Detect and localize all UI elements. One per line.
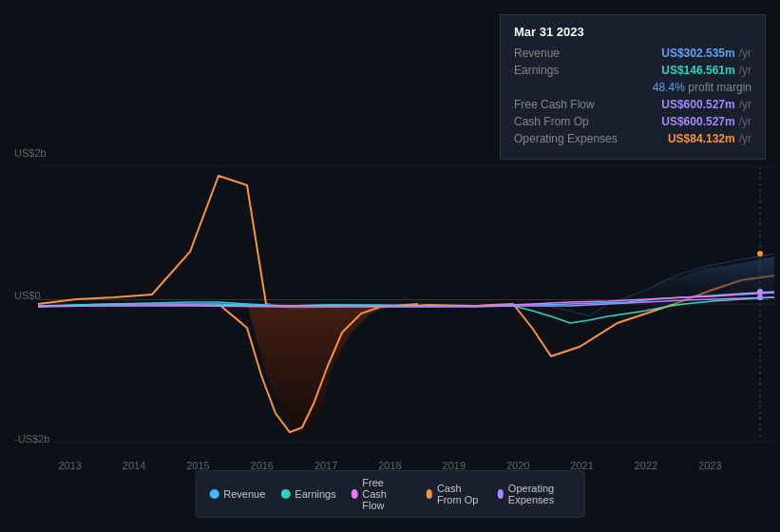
revenue-dot (209, 489, 219, 499)
legend-opex-label: Operating Expenses (508, 483, 571, 505)
svg-point-7 (757, 251, 763, 256)
fcf-dot (352, 489, 358, 499)
legend-opex: Operating Expenses (497, 477, 571, 511)
legend-revenue-label: Revenue (223, 488, 265, 500)
tooltip-row-margin: 48.4% profit margin (514, 81, 751, 94)
cashop-value: US$600.527m (661, 115, 734, 128)
opex-value: US$84.132m (668, 132, 735, 145)
x-label-2014: 2014 (123, 460, 145, 471)
legend-cashop-label: Cash From Op (437, 483, 482, 505)
main-chart (0, 157, 780, 461)
legend-fcf: Free Cash Flow (352, 477, 411, 511)
tooltip-box: Mar 31 2023 Revenue US$302.535m/yr Earni… (500, 14, 766, 160)
legend-cashop: Cash From Op (426, 477, 482, 511)
tooltip-row-revenue: Revenue US$302.535m/yr (514, 47, 751, 60)
legend-revenue: Revenue (209, 477, 265, 511)
opex-dot (497, 489, 504, 499)
tooltip-title: Mar 31 2023 (514, 25, 751, 39)
x-label-2022: 2022 (635, 460, 657, 471)
chart-container: Mar 31 2023 Revenue US$302.535m/yr Earni… (0, 0, 780, 532)
tooltip-row-opex: Operating Expenses US$84.132m/yr (514, 132, 751, 145)
revenue-value: US$302.535m (661, 47, 734, 60)
legend-earnings: Earnings (280, 477, 335, 511)
earnings-label: Earnings (514, 64, 559, 77)
tooltip-row-cashop: Cash From Op US$600.527m/yr (514, 115, 751, 128)
cashop-label: Cash From Op (514, 115, 589, 128)
fcf-value: US$600.527m (661, 98, 734, 111)
revenue-label: Revenue (514, 47, 560, 60)
cashop-dot (426, 489, 432, 499)
profit-margin: 48.4% profit margin (653, 81, 751, 94)
legend-earnings-label: Earnings (295, 488, 335, 500)
x-label-2023: 2023 (698, 460, 721, 471)
legend: Revenue Earnings Free Cash Flow Cash Fro… (195, 470, 585, 518)
earnings-value: US$146.561m (661, 64, 734, 77)
x-label-2013: 2013 (58, 460, 81, 471)
fcf-label: Free Cash Flow (514, 98, 595, 111)
tooltip-row-earnings: Earnings US$146.561m/yr (514, 64, 751, 77)
earnings-dot (280, 489, 290, 499)
opex-label: Operating Expenses (514, 132, 618, 145)
legend-fcf-label: Free Cash Flow (362, 477, 410, 511)
svg-point-8 (757, 294, 763, 300)
tooltip-row-fcf: Free Cash Flow US$600.527m/yr (514, 98, 751, 111)
